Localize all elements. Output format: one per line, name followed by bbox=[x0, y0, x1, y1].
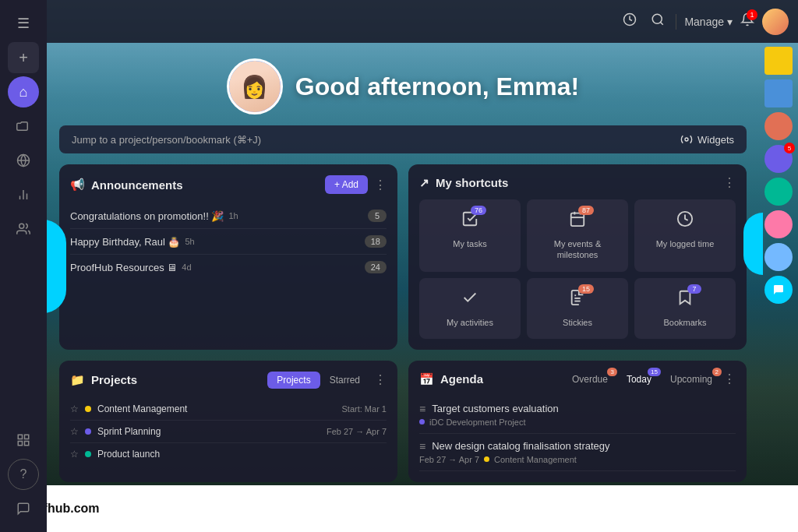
announcements-list: Congratulations on promotion!! 🎉 1h 5 Ha… bbox=[70, 203, 387, 280]
sidebar-folder-icon[interactable] bbox=[8, 111, 39, 142]
projects-menu-icon[interactable]: ⋮ bbox=[374, 372, 387, 387]
project-item-3[interactable]: ☆ Product launch bbox=[70, 443, 387, 465]
sidebar-people-icon[interactable] bbox=[8, 213, 39, 245]
tab-upcoming[interactable]: Upcoming 2 bbox=[662, 372, 720, 387]
topbar-clock-icon[interactable] bbox=[620, 9, 640, 33]
topbar: Manage ▾ 1 bbox=[47, 0, 798, 43]
shortcut-events[interactable]: 87 My events & milestones bbox=[527, 199, 628, 272]
activities-label: My activities bbox=[447, 317, 493, 328]
announcement-item-3[interactable]: ProofHub Resources 🖥 4d 24 bbox=[70, 255, 387, 280]
shortcuts-icon: ↗ bbox=[419, 176, 429, 190]
shortcuts-card: ↗ My shortcuts ⋮ 76 My tasks 87 bbox=[408, 164, 747, 350]
star-icon-2: ☆ bbox=[70, 426, 79, 437]
right-avatar-2[interactable]: 5 bbox=[764, 145, 793, 173]
project-item-2[interactable]: ☆ Sprint Planning Feb 27 → Apr 7 bbox=[70, 421, 387, 443]
ann-title-1: Congratulations on promotion!! 🎉 bbox=[70, 210, 224, 222]
ann-time-2: 5h bbox=[185, 237, 195, 246]
avatar-face: 👩 bbox=[229, 61, 281, 112]
tab-starred[interactable]: Starred bbox=[320, 372, 369, 389]
shortcut-logged-time[interactable]: My logged time bbox=[634, 199, 736, 272]
tasks-badge: 76 bbox=[471, 206, 486, 215]
shortcut-my-tasks[interactable]: 76 My tasks bbox=[419, 199, 521, 272]
megaphone-icon: 📢 bbox=[70, 178, 85, 192]
projects-list: ☆ Content Management Start: Mar 1 ☆ Spri… bbox=[70, 398, 387, 465]
list-icon-2: ≡ bbox=[419, 440, 425, 453]
announcements-card: 📢 Announcements + Add ⋮ Congratulations … bbox=[59, 164, 397, 350]
proj-dot-3 bbox=[85, 451, 91, 457]
svg-rect-8 bbox=[18, 442, 22, 446]
proj-name-1: Content Management bbox=[97, 403, 187, 414]
projects-header: 📁 Projects Projects Starred ⋮ bbox=[70, 372, 387, 389]
agenda-dot-2 bbox=[484, 456, 489, 462]
agenda-list: ≡ Target customers evaluation iDC Develo… bbox=[419, 396, 736, 471]
stickies-icon: 15 bbox=[569, 289, 586, 311]
right-sidebar: 5 bbox=[759, 0, 798, 532]
shortcut-activities[interactable]: My activities bbox=[419, 278, 521, 339]
sidebar-grid-icon[interactable] bbox=[8, 425, 39, 456]
projects-card: 📁 Projects Projects Starred ⋮ ☆ Con bbox=[59, 361, 397, 482]
user-avatar-large: 👩 bbox=[227, 58, 283, 115]
chevron-down-icon: ▾ bbox=[727, 16, 733, 28]
right-avatar-5[interactable] bbox=[764, 243, 793, 271]
ann-badge-2: 18 bbox=[365, 235, 387, 248]
search-bar[interactable]: Jump to a project/person/bookmark (⌘+J) … bbox=[59, 125, 747, 153]
sidebar-add-button[interactable]: + bbox=[8, 42, 39, 73]
right-chat-icon[interactable] bbox=[764, 276, 793, 304]
topbar-bell-icon[interactable]: 1 bbox=[740, 12, 754, 30]
notification-badge: 1 bbox=[747, 9, 757, 20]
widgets-button[interactable]: Widgets bbox=[680, 133, 734, 146]
announcements-menu-icon[interactable]: ⋮ bbox=[374, 178, 387, 192]
ann-time-1: 1h bbox=[228, 211, 238, 220]
sidebar-hamburger[interactable]: ☰ bbox=[8, 8, 39, 39]
announcements-add-button[interactable]: + Add bbox=[325, 175, 368, 194]
events-icon: 87 bbox=[569, 210, 586, 232]
sidebar-globe-icon[interactable] bbox=[8, 145, 39, 176]
bookmarks-icon: 7 bbox=[676, 289, 694, 311]
sidebar-home-icon[interactable]: ⌂ bbox=[8, 76, 39, 107]
avatar-badge-2: 5 bbox=[784, 143, 795, 153]
agenda-project-2: Content Management bbox=[494, 455, 577, 464]
shortcut-bookmarks[interactable]: 7 Bookmarks bbox=[634, 278, 736, 339]
star-icon-1: ☆ bbox=[70, 403, 79, 414]
tab-overdue[interactable]: Overdue 3 bbox=[564, 372, 616, 387]
announcement-item-1[interactable]: Congratulations on promotion!! 🎉 1h 5 bbox=[70, 203, 387, 229]
main-content: 👩 Good afternoon, Emma! Jump to a projec… bbox=[47, 43, 759, 485]
greeting-text: Good afternoon, Emma! bbox=[295, 72, 579, 101]
stickies-label: Stickies bbox=[563, 317, 592, 328]
manage-label: Manage bbox=[684, 16, 724, 28]
right-avatar-3[interactable] bbox=[764, 178, 793, 206]
ann-badge-1: 5 bbox=[368, 210, 387, 222]
activities-icon bbox=[461, 289, 478, 311]
svg-point-13 bbox=[685, 138, 688, 141]
projects-title: 📁 Projects bbox=[70, 373, 137, 387]
agenda-item-2[interactable]: ≡ New design catalog finalisation strate… bbox=[419, 434, 736, 471]
folder-icon: 📁 bbox=[70, 373, 85, 387]
shortcut-stickies[interactable]: 15 Stickies bbox=[527, 278, 628, 339]
widgets-label: Widgets bbox=[697, 134, 734, 146]
tab-projects[interactable]: Projects bbox=[267, 372, 320, 389]
right-avatar-1[interactable] bbox=[764, 112, 793, 140]
right-sticky-yellow[interactable] bbox=[764, 47, 793, 75]
right-avatar-4[interactable] bbox=[764, 210, 793, 238]
announcement-item-2[interactable]: Happy Birthday, Raul 🎂 5h 18 bbox=[70, 229, 387, 255]
list-icon-1: ≡ bbox=[419, 403, 425, 415]
proj-name-2: Sprint Planning bbox=[97, 426, 161, 437]
agenda-menu-icon[interactable]: ⋮ bbox=[723, 372, 736, 386]
footer: proofhub.com bbox=[0, 485, 798, 532]
topbar-search-icon[interactable] bbox=[648, 9, 668, 33]
svg-rect-14 bbox=[571, 213, 584, 227]
project-item-1[interactable]: ☆ Content Management Start: Mar 1 bbox=[70, 398, 387, 421]
agenda-item-1[interactable]: ≡ Target customers evaluation iDC Develo… bbox=[419, 396, 736, 434]
right-sticky-blue[interactable] bbox=[764, 79, 793, 107]
shortcuts-menu-icon[interactable]: ⋮ bbox=[723, 175, 736, 190]
svg-point-11 bbox=[653, 14, 662, 23]
bookmarks-label: Bookmarks bbox=[663, 317, 706, 328]
proj-dates-1: Start: Mar 1 bbox=[342, 404, 387, 414]
announcements-header: 📢 Announcements + Add ⋮ bbox=[70, 175, 387, 194]
sidebar-help-icon[interactable]: ? bbox=[8, 459, 39, 490]
tab-today[interactable]: Today 15 bbox=[619, 372, 659, 387]
topbar-manage-menu[interactable]: Manage ▾ bbox=[684, 16, 733, 28]
bookmarks-badge: 7 bbox=[687, 284, 701, 294]
sidebar-chat-icon[interactable] bbox=[8, 493, 39, 524]
sidebar-chart-icon[interactable] bbox=[8, 179, 39, 210]
